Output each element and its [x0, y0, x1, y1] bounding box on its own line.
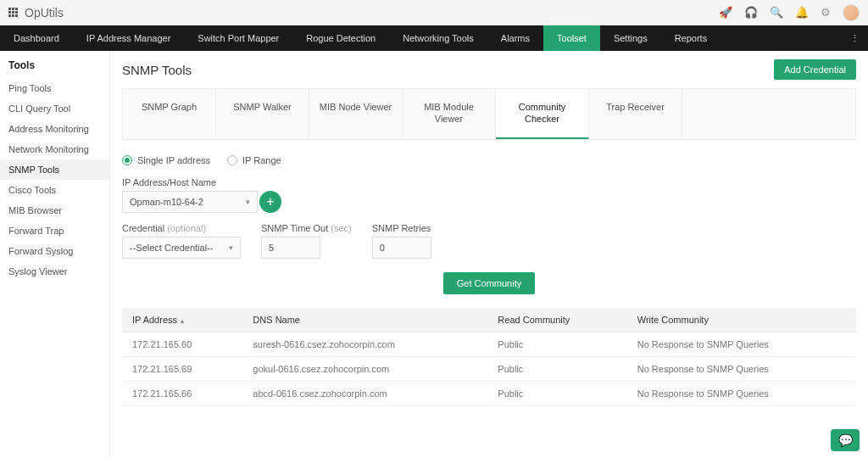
nav-item-reports[interactable]: Reports — [661, 25, 721, 51]
tab-mib-node-viewer[interactable]: MIB Node Viewer — [309, 89, 403, 139]
sidebar-item-snmp-tools[interactable]: SNMP Tools — [0, 159, 109, 180]
cell-dns: gokul-0616.csez.zohocorpin.com — [242, 356, 487, 381]
table-row[interactable]: 172.21.165.60suresh-0616.csez.zohocorpin… — [122, 332, 856, 356]
cell-write: No Response to SNMP Queries — [627, 356, 856, 381]
cell-write: No Response to SNMP Queries — [627, 332, 856, 356]
cell-read: Public — [487, 356, 626, 381]
sidebar-item-syslog-viewer[interactable]: Syslog Viewer — [0, 261, 109, 282]
ip-address-value: Opman-m10-64-2 — [130, 197, 203, 207]
chevron-down-icon: ▾ — [229, 243, 233, 252]
gear-icon[interactable]: ⚙ — [821, 6, 831, 19]
results-table: IP Address▲ DNS Name Read Community Writ… — [122, 308, 856, 406]
brand: OpUtils — [25, 6, 64, 20]
navbar: DashboardIP Address ManagerSwitch Port M… — [0, 25, 868, 51]
col-read[interactable]: Read Community — [487, 308, 626, 332]
timeout-label: SNMP Time Out (sec) — [261, 223, 352, 233]
cell-read: Public — [487, 332, 626, 356]
col-dns[interactable]: DNS Name — [242, 308, 487, 332]
cell-ip: 172.21.165.66 — [122, 381, 242, 405]
avatar[interactable] — [843, 4, 860, 21]
get-community-button[interactable]: Get Community — [443, 272, 535, 294]
nav-item-settings[interactable]: Settings — [600, 25, 661, 51]
radio-dot-icon — [122, 155, 132, 165]
nav-item-ip-address-manager[interactable]: IP Address Manager — [73, 25, 184, 51]
nav-item-alarms[interactable]: Alarms — [487, 25, 543, 51]
radio-ip-range[interactable]: IP Range — [227, 155, 281, 165]
tab-snmp-walker[interactable]: SNMP Walker — [216, 89, 309, 139]
cell-read: Public — [487, 381, 626, 405]
add-credential-button[interactable]: Add Credential — [774, 59, 856, 80]
rocket-icon[interactable]: 🚀 — [719, 6, 732, 19]
sidebar-item-cli-query-tool[interactable]: CLI Query Tool — [0, 98, 109, 119]
retries-label: SNMP Retries — [372, 223, 431, 233]
nav-item-toolset[interactable]: Toolset — [543, 25, 600, 51]
topbar: OpUtils 🚀 🎧 🔍 🔔 ⚙ — [0, 0, 868, 25]
apps-grid-icon[interactable] — [8, 8, 18, 17]
timeout-input[interactable]: 5 — [261, 237, 320, 259]
credential-select[interactable]: --Select Credential-- ▾ — [122, 237, 241, 259]
radio-dot-icon — [227, 155, 237, 165]
tabs: SNMP GraphSNMP WalkerMIB Node ViewerMIB … — [122, 88, 856, 140]
tab-community-checker[interactable]: Community Checker — [496, 89, 589, 139]
add-ip-button[interactable]: + — [259, 191, 281, 213]
cell-ip: 172.21.165.60 — [122, 332, 242, 356]
sidebar-item-network-monitoring[interactable]: Network Monitoring — [0, 139, 109, 159]
sidebar-item-cisco-tools[interactable]: Cisco Tools — [0, 180, 109, 200]
chat-icon[interactable]: 💬 — [831, 429, 860, 451]
ip-label: IP Address/Host Name — [122, 177, 856, 187]
nav-item-networking-tools[interactable]: Networking Tools — [389, 25, 487, 51]
cell-write: No Response to SNMP Queries — [627, 381, 856, 405]
radio-single-label: Single IP address — [137, 155, 210, 165]
sidebar: Tools Ping ToolsCLI Query ToolAddress Mo… — [0, 51, 110, 458]
radio-range-label: IP Range — [242, 155, 281, 165]
nav-item-dashboard[interactable]: Dashboard — [0, 25, 73, 51]
ip-address-select[interactable]: Opman-m10-64-2 ▾ — [122, 191, 258, 213]
chevron-down-icon: ▾ — [246, 198, 250, 206]
radio-single-ip[interactable]: Single IP address — [122, 155, 210, 165]
sidebar-item-forward-syslog[interactable]: Forward Syslog — [0, 241, 109, 261]
sidebar-item-ping-tools[interactable]: Ping Tools — [0, 78, 109, 98]
sidebar-item-address-monitoring[interactable]: Address Monitoring — [0, 119, 109, 139]
sidebar-item-mib-browser[interactable]: MIB Browser — [0, 200, 109, 221]
nav-item-switch-port-mapper[interactable]: Switch Port Mapper — [184, 25, 292, 51]
credential-label: Credential (optional) — [122, 223, 241, 233]
sort-icon: ▲ — [179, 317, 186, 325]
sidebar-title: Tools — [0, 59, 109, 78]
retries-input[interactable]: 0 — [372, 237, 431, 259]
search-icon[interactable]: 🔍 — [770, 6, 783, 19]
cell-dns: abcd-0616.csez.zohocorpin.com — [242, 381, 487, 405]
table-row[interactable]: 172.21.165.66abcd-0616.csez.zohocorpin.c… — [122, 381, 856, 405]
page-title: SNMP Tools — [122, 63, 192, 77]
tab-mib-module-viewer[interactable]: MIB Module Viewer — [403, 89, 496, 139]
table-row[interactable]: 172.21.165.69gokul-0616.csez.zohocorpin.… — [122, 356, 856, 381]
credential-value: --Select Credential-- — [130, 243, 213, 253]
main: SNMP Tools Add Credential SNMP GraphSNMP… — [110, 51, 868, 458]
nav-more-icon[interactable]: ⋮ — [842, 25, 868, 51]
col-ip[interactable]: IP Address▲ — [122, 308, 242, 332]
nav-item-rogue-detection[interactable]: Rogue Detection — [292, 25, 389, 51]
tab-snmp-graph[interactable]: SNMP Graph — [123, 89, 216, 139]
tab-trap-receiver[interactable]: Trap Receiver — [589, 89, 682, 139]
cell-dns: suresh-0616.csez.zohocorpin.com — [242, 332, 487, 356]
sidebar-item-forward-trap[interactable]: Forward Trap — [0, 221, 109, 241]
cell-ip: 172.21.165.69 — [122, 356, 242, 381]
bell-icon[interactable]: 🔔 — [795, 6, 809, 19]
headset-icon[interactable]: 🎧 — [744, 6, 758, 19]
col-write[interactable]: Write Community — [627, 308, 856, 332]
